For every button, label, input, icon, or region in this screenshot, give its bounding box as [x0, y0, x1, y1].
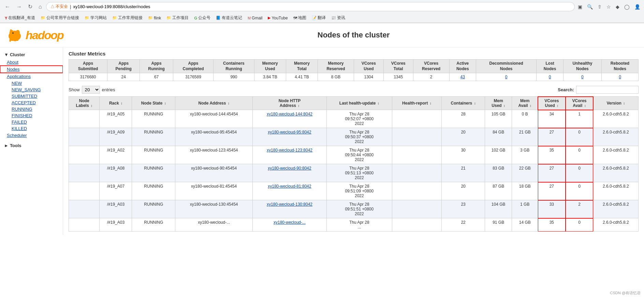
sidebar-item-nodes[interactable]: Nodes: [0, 66, 63, 73]
sidebar-item-submitted[interactable]: SUBMITTED: [3, 93, 63, 99]
sidebar-item-killed[interactable]: KILLED: [3, 125, 63, 132]
back-button[interactable]: ←: [3, 3, 12, 11]
bookmark-company[interactable]: 📁 公司常用平台链接: [39, 14, 81, 21]
svg-point-3: [16, 30, 20, 35]
sidebar-cluster-title[interactable]: ▼ Cluster: [0, 51, 63, 59]
metric-apps-pending: 24: [107, 73, 140, 81]
cell-http-link[interactable]: xy180-wecloud-95:8042: [268, 130, 311, 135]
sidebar-item-about[interactable]: About: [0, 59, 63, 66]
tools-label: Tools: [10, 143, 21, 148]
bookmark-wechat[interactable]: G 公众号: [192, 14, 213, 21]
cell-state: RUNNING: [132, 146, 175, 164]
cell-health-update: Thu Apr 2809:51:09 +08002022: [326, 182, 392, 200]
cell-state: RUNNING: [132, 218, 175, 232]
bookmark-work-links[interactable]: 📁 工作常用链接: [110, 14, 145, 21]
cell-http-link[interactable]: xy180-wecloud-...: [274, 220, 306, 225]
bookmark-maps[interactable]: 🗺 地图: [291, 14, 308, 21]
wechat-icon: G: [194, 16, 197, 20]
metric-memory-reserved: 8 GB: [318, 73, 354, 81]
cell-http-link[interactable]: xy180-wecloud-81:8042: [268, 184, 311, 189]
cell-http-link[interactable]: xy180-wecloud-123:8042: [267, 148, 312, 153]
sidebar-item-failed[interactable]: FAILED: [3, 119, 63, 125]
bookmark-button[interactable]: ☆: [605, 3, 612, 11]
zoom-button[interactable]: 🔍: [586, 3, 594, 11]
metrics-header-decommissioned-nodes: DecommissionedNodes: [476, 60, 537, 73]
unhealthy-nodes-link[interactable]: 0: [581, 75, 584, 79]
cell-health-report: [392, 182, 442, 200]
cell-address: xy180-wecloud-123:45454: [175, 146, 253, 164]
col-http-address[interactable]: Node HTTPAddress ↕: [253, 97, 327, 110]
cell-http-link[interactable]: xy180-wecloud-144:8042: [267, 112, 312, 116]
col-node-address[interactable]: Node Address ↕: [175, 97, 253, 110]
window-button[interactable]: ◯: [623, 3, 631, 11]
table-row: /#19_A05RUNNINGxy180-wecloud-144:45454xy…: [69, 110, 639, 128]
col-node-state[interactable]: Node State ↕: [132, 97, 175, 110]
col-rack[interactable]: Rack ↕: [100, 97, 132, 110]
home-button[interactable]: ⌂: [36, 3, 44, 11]
search-input[interactable]: [576, 86, 639, 94]
col-health-report[interactable]: Health-report ↕: [392, 97, 442, 110]
sidebar-item-new-saving[interactable]: NEW_SAVING: [3, 86, 63, 93]
decommissioned-nodes-link[interactable]: 0: [505, 75, 508, 79]
reload-button[interactable]: ↻: [26, 3, 34, 11]
cell-rack: /#19_A07: [100, 182, 132, 200]
metrics-header-rebooted-nodes: RebootedNodes: [602, 60, 639, 73]
sidebar-item-accepted[interactable]: ACCEPTED: [3, 99, 63, 106]
metrics-header-apps-submitted: AppsSubmitted: [69, 60, 107, 73]
rebooted-nodes-link[interactable]: 0: [619, 75, 621, 79]
table-row: /#19_A09RUNNINGxy180-wecloud-95:45454xy1…: [69, 128, 639, 146]
col-health-update[interactable]: Last health-update ↕: [326, 97, 392, 110]
bookmark-projects[interactable]: 📁 工作项目: [164, 14, 191, 21]
share-button[interactable]: ⇧: [597, 3, 603, 11]
col-version[interactable]: Version ↕: [593, 97, 638, 110]
profile-button[interactable]: 👤: [633, 3, 641, 11]
bookmark-flink[interactable]: 📁 flink: [146, 15, 163, 21]
col-vcores-avail[interactable]: VCoresAvail ↕: [566, 97, 593, 110]
cell-health-update: Thu Apr 2809:51:13 +08002022: [326, 164, 392, 182]
lost-nodes-link[interactable]: 0: [549, 75, 551, 79]
bookmark-youdao[interactable]: Y 在线翻译_有道: [3, 14, 37, 21]
bookmark-label: 工作常用链接: [118, 15, 143, 21]
sidebar-item-new[interactable]: NEW: [3, 80, 63, 86]
col-vcores-used[interactable]: VCoresUsed ↕: [538, 97, 566, 110]
bookmark-translate[interactable]: 📝 翻译: [310, 14, 328, 21]
bookmark-news[interactable]: 📰 资讯: [329, 14, 347, 21]
sidebar-item-running[interactable]: RUNNING: [3, 106, 63, 112]
entries-select[interactable]: 20 50 100: [82, 86, 100, 94]
cell-version: 2.6.0-cdh5.8.2: [593, 218, 638, 232]
active-nodes-link[interactable]: 43: [460, 75, 465, 79]
sidebar-item-applications[interactable]: Applications: [0, 73, 63, 80]
bookmark-youdao-note[interactable]: 📘 有道云笔记: [214, 14, 244, 21]
svg-point-8: [16, 40, 18, 41]
cluster-metrics-title: Cluster Metrics: [69, 51, 639, 57]
cell-rack: /#19_A02: [100, 146, 132, 164]
col-mem-used[interactable]: MemUsed ↕: [485, 97, 512, 110]
table-row: /#19_A08RUNNINGxy180-wecloud-90:45454xy1…: [69, 164, 639, 182]
cell-vcores-avail: 0: [566, 146, 593, 164]
bookmark-label: 公众号: [198, 15, 210, 21]
bookmark-youtube[interactable]: ▶ YouTube: [266, 15, 290, 21]
sidebar-item-scheduler[interactable]: Scheduler: [0, 132, 63, 139]
cell-http-link[interactable]: xy180-wecloud-90:8042: [268, 166, 311, 171]
sidebar-item-finished[interactable]: FINISHED: [3, 112, 63, 119]
extensions-button[interactable]: ◆: [615, 3, 620, 11]
youdao-icon: Y: [5, 16, 7, 20]
bookmarks-bar: Y 在线翻译_有道 📁 公司常用平台链接 📁 学习网站 📁 工作常用链接 📁 f…: [0, 13, 644, 23]
bookmark-study[interactable]: 📁 学习网站: [83, 14, 109, 21]
page-title: Nodes of the cluster: [69, 31, 639, 40]
col-mem-avail[interactable]: MemAvail ↕: [512, 97, 538, 110]
forward-button[interactable]: →: [14, 3, 24, 11]
metric-memory-total: 4.41 TB: [286, 73, 318, 81]
col-node-labels[interactable]: NodeLabels ↕: [69, 97, 100, 110]
metric-lost-nodes: 0: [537, 73, 563, 81]
sidebar-tools-title[interactable]: ► Tools: [0, 142, 63, 150]
table-row: /#19_A07RUNNINGxy180-wecloud-81:45454xy1…: [69, 182, 639, 200]
bookmark-gmail[interactable]: M Gmail: [246, 15, 265, 21]
url-input[interactable]: [73, 4, 570, 9]
cell-address: xy180-wecloud-90:45454: [175, 164, 253, 182]
screenshot-button[interactable]: ▣: [577, 3, 583, 11]
col-containers[interactable]: Containers ↕: [442, 97, 485, 110]
cell-vcores-avail: 0: [566, 218, 593, 232]
cell-http-link[interactable]: xy180-wecloud-130:8042: [267, 202, 312, 207]
cell-mem-avail: 1 GB: [512, 200, 538, 218]
